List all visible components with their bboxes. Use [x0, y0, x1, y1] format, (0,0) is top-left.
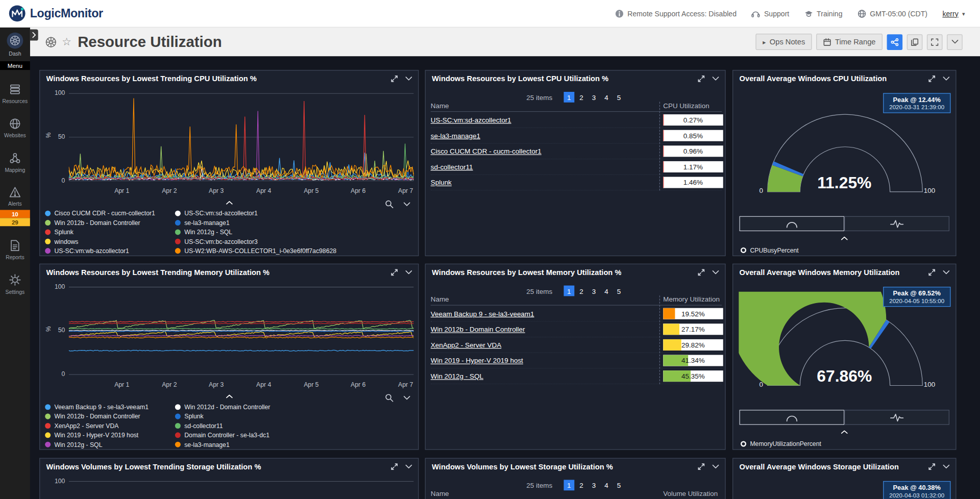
page-button-3[interactable]: 3: [589, 92, 599, 103]
expand-icon[interactable]: [928, 269, 936, 277]
memory-trend-chart[interactable]: [69, 287, 414, 375]
resource-link[interactable]: Win 2019 - Hyper-V 2019 host: [431, 357, 523, 364]
legend-item[interactable]: Win 2019 - Hyper-V 2019 host: [45, 431, 175, 440]
expand-icon[interactable]: [698, 269, 705, 277]
collapse-caret-icon[interactable]: [841, 236, 848, 241]
legend-item[interactable]: Win 2012g - SQL: [45, 440, 175, 449]
cpu-trend-chart[interactable]: [69, 93, 414, 181]
legend-item[interactable]: US-SC:vm:wb-azcollector1: [45, 246, 175, 255]
alert-badge-error[interactable]: 10: [0, 210, 30, 218]
magnifier-icon[interactable]: [385, 200, 394, 209]
sidebar-item-resources[interactable]: Resources: [0, 70, 30, 104]
sidebar-item-settings[interactable]: Settings: [0, 261, 30, 295]
time-range-button[interactable]: Time Range: [816, 34, 883, 50]
expand-icon[interactable]: [390, 463, 398, 470]
graph-view-button[interactable]: [844, 216, 949, 231]
page-button-2[interactable]: 2: [576, 480, 587, 490]
chevron-down-icon[interactable]: [943, 464, 950, 469]
sidebar-item-mapping[interactable]: Mapping: [0, 139, 30, 173]
chevron-down-icon[interactable]: [712, 464, 720, 469]
gauge-view-button[interactable]: [740, 216, 845, 231]
ops-notes-button[interactable]: ▸ Ops Notes: [756, 34, 812, 50]
expand-icon[interactable]: [928, 75, 936, 83]
legend-item[interactable]: Cisco CUCM CDR - cucm-collector1: [45, 209, 175, 218]
sidebar-menu-toggle[interactable]: Menu: [0, 61, 30, 70]
expand-icon[interactable]: [698, 75, 705, 83]
chevron-down-icon[interactable]: [403, 202, 411, 207]
legend-item[interactable]: se-la3-manage1: [175, 440, 270, 449]
gauge-legend[interactable]: MemoryUtilizationPercent: [741, 440, 821, 447]
legend-item[interactable]: US-SC:vm:sd-azcollector1: [175, 209, 336, 218]
copy-dashboard-button[interactable]: [907, 34, 923, 50]
fullscreen-button[interactable]: [927, 34, 943, 50]
legend-item[interactable]: Domain Controller - se-la3-dc1: [175, 431, 270, 440]
page-button-2[interactable]: 2: [576, 286, 587, 296]
resource-link[interactable]: Splunk: [431, 179, 452, 186]
legend-item[interactable]: windows: [45, 237, 175, 246]
collapse-caret-icon[interactable]: [225, 394, 233, 402]
expand-icon[interactable]: [698, 463, 705, 470]
training-link[interactable]: Training: [804, 10, 843, 17]
resource-link[interactable]: XenApp2 - Server VDA: [431, 341, 502, 349]
legend-item[interactable]: Win 2012d - Domain Controller: [175, 403, 270, 412]
user-menu[interactable]: kerry ▾: [942, 10, 965, 17]
page-button-2[interactable]: 2: [576, 92, 587, 103]
chevron-down-icon[interactable]: [405, 270, 412, 275]
legend-item[interactable]: se-la3-manage1: [175, 218, 336, 227]
page-button-5[interactable]: 5: [614, 92, 624, 103]
page-button-5[interactable]: 5: [614, 286, 624, 296]
legend-item[interactable]: US-SC:vm:bc-azcollector3: [175, 237, 336, 246]
legend-item[interactable]: Splunk: [175, 412, 270, 421]
graph-view-button[interactable]: [844, 410, 949, 425]
timezone-selector[interactable]: GMT-05:00 (CDT): [857, 9, 927, 18]
resource-link[interactable]: Veeam Backup 9 - se-la3-veeam1: [431, 310, 534, 317]
chevron-down-icon[interactable]: [943, 270, 950, 275]
magnifier-icon[interactable]: [385, 393, 394, 402]
favorite-star-icon[interactable]: ☆: [62, 35, 71, 48]
page-button-1[interactable]: 1: [564, 480, 574, 490]
chevron-down-icon[interactable]: [405, 464, 412, 469]
page-button-1[interactable]: 1: [564, 92, 574, 103]
share-nodes-button[interactable]: [887, 34, 903, 50]
more-options-button[interactable]: [947, 34, 963, 50]
resource-link[interactable]: Cisco CUCM CDR - cucm-collector1: [431, 147, 542, 155]
legend-item[interactable]: US-W2:WB-AWS-COLLECTOR1_i-0e3e6f0ff7ac98…: [175, 246, 336, 255]
sidebar-item-reports[interactable]: Reports: [0, 226, 30, 260]
page-button-4[interactable]: 4: [601, 92, 612, 103]
collapse-caret-icon[interactable]: [841, 430, 848, 434]
legend-item[interactable]: Veeam Backup 9 - se-la3-veeam1: [45, 403, 175, 412]
page-button-3[interactable]: 3: [589, 480, 599, 490]
page-button-4[interactable]: 4: [601, 286, 612, 296]
logicmonitor-brand[interactable]: LogicMonitor: [9, 5, 103, 22]
gauge-legend[interactable]: CPUBusyPercent: [741, 247, 799, 254]
legend-item[interactable]: Win 2012b - Domain Controller: [45, 412, 175, 421]
alert-badge-warning[interactable]: 29: [0, 218, 30, 226]
resource-link[interactable]: se-la3-manage1: [431, 132, 480, 139]
sidebar-expand-toggle[interactable]: [30, 30, 38, 41]
legend-item[interactable]: Win 2012b - Domain Controller: [45, 218, 175, 227]
chevron-down-icon[interactable]: [712, 270, 720, 275]
chevron-down-icon[interactable]: [403, 395, 411, 401]
expand-icon[interactable]: [390, 269, 398, 277]
sidebar-item-alerts[interactable]: Alerts: [0, 173, 30, 207]
legend-item[interactable]: Splunk: [45, 228, 175, 237]
legend-item[interactable]: Win 2012g - SQL: [175, 228, 336, 237]
legend-item[interactable]: sd-collector11: [175, 421, 270, 430]
gauge-view-button[interactable]: [740, 410, 845, 425]
support-link[interactable]: Support: [751, 9, 789, 17]
resource-link[interactable]: Win 2012b - Domain Controller: [431, 326, 525, 333]
chevron-down-icon[interactable]: [405, 76, 412, 81]
storage-trend-chart[interactable]: [69, 481, 414, 499]
sidebar-item-websites[interactable]: Websites: [0, 104, 30, 138]
page-button-1[interactable]: 1: [564, 286, 574, 296]
page-button-5[interactable]: 5: [614, 480, 624, 490]
page-button-4[interactable]: 4: [601, 480, 612, 490]
resource-link[interactable]: Win 2012g - SQL: [431, 372, 483, 380]
collapse-caret-icon[interactable]: [225, 201, 233, 208]
sidebar-item-dash[interactable]: Dash: [7, 33, 23, 57]
page-button-3[interactable]: 3: [589, 286, 599, 296]
expand-icon[interactable]: [390, 75, 398, 83]
resource-link[interactable]: sd-collector11: [431, 163, 473, 171]
legend-item[interactable]: XenApp2 - Server VDA: [45, 421, 175, 430]
chevron-down-icon[interactable]: [712, 76, 720, 81]
